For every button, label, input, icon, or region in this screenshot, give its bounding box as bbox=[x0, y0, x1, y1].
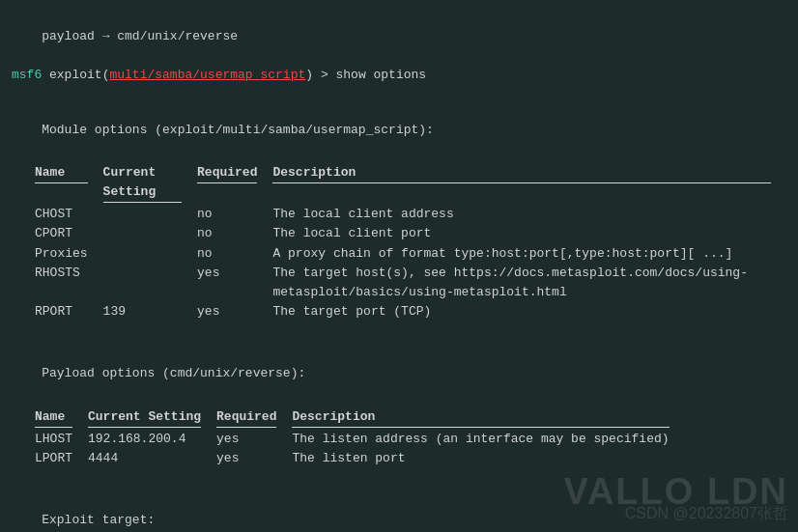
cell-rport-desc: The target port (TCP) bbox=[272, 302, 786, 322]
table-row: LPORT 4444 yes The listen port bbox=[35, 449, 685, 468]
cell-cport-name: CPORT bbox=[35, 224, 103, 243]
show-options-line: msf6 exploit( multi/samba/usermap_script… bbox=[12, 66, 786, 85]
module-options-header: Module options (exploit/multi/samba/user… bbox=[12, 101, 786, 159]
cell-lport-setting: 4444 bbox=[88, 449, 216, 468]
cell-proxies-name: Proxies bbox=[35, 244, 103, 264]
cell-lport-required: yes bbox=[216, 449, 292, 468]
payload-options-header: Payload options (cmd/unix/reverse): bbox=[12, 345, 786, 403]
module-name-1: multi/samba/usermap_script bbox=[109, 66, 305, 85]
table-row: CHOST no The local client address bbox=[35, 205, 786, 224]
cell-rport-name: RPORT bbox=[35, 302, 103, 322]
cell-rport-setting: 139 bbox=[103, 302, 197, 322]
payload-options-table: Name Current Setting Required Descriptio… bbox=[35, 407, 685, 468]
payload-line: payload → cmd/unix/reverse bbox=[12, 8, 786, 66]
col-name-2: Name bbox=[35, 407, 88, 430]
cell-rhosts-name: RHOSTS bbox=[35, 264, 103, 302]
cell-proxies-desc: A proxy chain of format type:host:port[,… bbox=[272, 244, 786, 264]
cell-lhost-name: LHOST bbox=[35, 430, 88, 449]
cell-lhost-setting: 192.168.200.4 bbox=[88, 430, 216, 449]
table-row: RPORT 139 yes The target port (TCP) bbox=[35, 302, 786, 322]
table-row: LHOST 192.168.200.4 yes The listen addre… bbox=[35, 430, 685, 449]
cell-rport-required: yes bbox=[197, 302, 272, 322]
table-row: Proxies no A proxy chain of format type:… bbox=[35, 244, 786, 264]
cell-lport-desc: The listen port bbox=[292, 449, 684, 468]
cell-chost-setting bbox=[103, 205, 197, 224]
col-description-1: Description bbox=[272, 163, 786, 205]
payload-text: payload → cmd/unix/reverse bbox=[42, 29, 238, 43]
cell-proxies-setting bbox=[103, 244, 197, 264]
cell-lport-name: LPORT bbox=[35, 449, 88, 468]
col-name-1: Name bbox=[35, 163, 103, 205]
cell-chost-name: CHOST bbox=[35, 205, 103, 224]
table-row: CPORT no The local client port bbox=[35, 224, 786, 243]
col-description-2: Description bbox=[292, 407, 684, 430]
cell-proxies-required: no bbox=[197, 244, 272, 264]
col-required-1: Required bbox=[197, 163, 272, 205]
table-row: RHOSTS yes The target host(s), see https… bbox=[35, 264, 786, 302]
cell-rhosts-desc: The target host(s), see https://docs.met… bbox=[272, 264, 786, 302]
col-current-setting-2: Current Setting bbox=[88, 407, 216, 430]
cell-cport-setting bbox=[103, 224, 197, 243]
cell-lhost-desc: The listen address (an interface may be … bbox=[292, 430, 684, 449]
payload-options-header-row: Name Current Setting Required Descriptio… bbox=[35, 407, 685, 430]
show-options-text: ) > show options bbox=[305, 66, 426, 85]
terminal: payload → cmd/unix/reverse msf6 exploit(… bbox=[0, 0, 798, 532]
exploit-target-header: Exploit target: bbox=[12, 491, 786, 532]
cell-rhosts-setting bbox=[103, 264, 197, 302]
msf6-label: msf6 bbox=[12, 66, 42, 85]
col-required-2: Required bbox=[216, 407, 292, 430]
col-current-setting-1: Current Setting bbox=[103, 163, 197, 205]
module-options-table: Name Current Setting Required Descriptio… bbox=[35, 163, 786, 322]
cell-chost-desc: The local client address bbox=[272, 205, 786, 224]
exploit-text: exploit( bbox=[42, 66, 109, 85]
cell-chost-required: no bbox=[197, 205, 272, 224]
cell-cport-required: no bbox=[197, 224, 272, 243]
module-options-header-row: Name Current Setting Required Descriptio… bbox=[35, 163, 786, 205]
cell-rhosts-required: yes bbox=[197, 264, 272, 302]
cell-lhost-required: yes bbox=[216, 430, 292, 449]
cell-cport-desc: The local client port bbox=[272, 224, 786, 243]
